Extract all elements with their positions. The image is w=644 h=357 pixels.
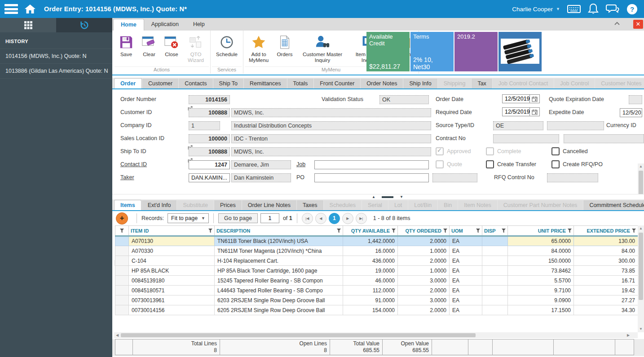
tab-customer[interactable]: Customer	[142, 79, 178, 88]
create-transfer-checkbox[interactable]: Create Transfer	[486, 160, 536, 168]
sidebar-tab-apps-grid-icon[interactable]	[0, 18, 56, 32]
items-tab-ext-d-info[interactable]: Ext'd Info	[142, 200, 177, 210]
add-to-mymenu-button[interactable]: Add to MyMenu	[245, 33, 273, 64]
required-date-field[interactable]: 12/5/2019	[502, 107, 540, 116]
col-header-extended-price[interactable]: EXTENDED PRICE	[574, 226, 638, 236]
pager-current-page[interactable]: 1	[329, 213, 340, 224]
checkbox-icon[interactable]	[486, 160, 494, 168]
contact-id-label[interactable]: Contact ID	[120, 161, 147, 167]
tab-tax[interactable]: Tax	[472, 79, 492, 88]
row-selector[interactable]	[115, 295, 129, 305]
table-row[interactable]: 007300139616203 2RSJEM Single Row Deep G…	[115, 295, 638, 305]
help-icon[interactable]: ?	[626, 4, 638, 15]
sidebar-tab-history-icon[interactable]	[56, 18, 112, 32]
items-tab-taxes[interactable]: Taxes	[297, 200, 323, 210]
ribbon-tab-home[interactable]: Home	[113, 19, 144, 31]
filter-icon[interactable]	[443, 229, 447, 233]
tile-product-image[interactable]	[498, 32, 542, 71]
row-selector[interactable]	[115, 305, 129, 315]
link-out-icon[interactable]	[188, 105, 193, 110]
create-rfq-po-checkbox[interactable]: Create RFQ/PO	[551, 160, 603, 168]
items-tab-commitment-schedule[interactable]: Commitment Schedule	[583, 200, 644, 210]
tab-ship-to[interactable]: Ship To	[213, 79, 243, 88]
scroll-right-icon[interactable]: ▶	[625, 332, 631, 339]
col-header-disp[interactable]: DISP	[482, 226, 508, 236]
tab-ship-info[interactable]: Ship Info	[403, 79, 437, 88]
filter-icon[interactable]	[502, 229, 506, 233]
history-item[interactable]: 1013886 (Gildan Las Americas) Quote: N	[0, 63, 112, 79]
collapse-ribbon-icon[interactable]	[613, 21, 621, 29]
table-row[interactable]: 00845180571L44643 Tapered Roller Bearing…	[115, 286, 638, 295]
ribbon-tab-application[interactable]: Application	[144, 19, 186, 31]
tab-totals[interactable]: Totals	[287, 79, 314, 88]
col-header-qty-ordered[interactable]: QTY ORDERED	[398, 226, 450, 236]
link-out-icon[interactable]	[188, 144, 193, 149]
job-field[interactable]	[314, 160, 429, 169]
calendar-icon[interactable]	[530, 94, 540, 103]
items-tab-items[interactable]: Items	[114, 200, 141, 210]
menu-icon[interactable]	[4, 4, 18, 14]
save-button[interactable]: Save	[115, 33, 138, 58]
tab-contacts[interactable]: Contacts	[179, 79, 212, 88]
table-row[interactable]: 0084513918015245 Tapered Roller Bearing …	[115, 276, 638, 286]
taker-label[interactable]: Taker	[120, 174, 134, 181]
splitter-handle-icon[interactable]: ▲▼	[372, 195, 403, 199]
tab-order[interactable]: Order	[114, 78, 142, 88]
pager-prev-icon[interactable]: ◀	[315, 213, 326, 224]
col-header-description[interactable]: DESCRIPTION	[215, 226, 343, 236]
tab-front-counter[interactable]: Front Counter	[314, 79, 360, 88]
notifications-icon[interactable]	[588, 3, 599, 15]
scroll-left-icon[interactable]: ◀	[114, 332, 120, 339]
keyboard-icon[interactable]	[567, 4, 581, 13]
items-tab-prices[interactable]: Prices	[214, 200, 242, 210]
add-line-button[interactable]: +	[116, 212, 128, 225]
link-out-icon[interactable]	[188, 157, 193, 162]
close-button[interactable]: Close	[160, 33, 183, 58]
tile-version[interactable]: 2019.2	[454, 32, 498, 71]
grid-horizontal-scrollbar[interactable]: ◀ ▶	[114, 332, 638, 338]
tab-order-notes[interactable]: Order Notes	[361, 79, 403, 88]
po-field[interactable]	[314, 173, 429, 182]
contact-id-field[interactable]: 1247	[189, 160, 230, 169]
home-icon[interactable]	[24, 4, 36, 14]
pager-first-icon[interactable]: |◀	[302, 213, 313, 224]
tile-terms[interactable]: Terms2% 10, Net30	[410, 32, 454, 71]
customer-master-inquiry-button[interactable]: Customer Master Inquiry	[297, 33, 348, 64]
cancelled-checkbox[interactable]: Cancelled	[551, 147, 588, 155]
pager-next-icon[interactable]: ▶	[342, 213, 353, 224]
table-row[interactable]: HP 85A BLACKHP 85A Black Toner Cartridge…	[115, 266, 638, 276]
col-header-unit-price[interactable]: UNIT PRICE	[508, 226, 574, 236]
scroll-up-icon[interactable]: ▲	[638, 225, 644, 232]
row-selector[interactable]	[115, 236, 129, 246]
table-row[interactable]: 007300141566205 2RSJEM Single Row Deep G…	[115, 305, 638, 315]
close-window-button[interactable]: ✕	[633, 20, 643, 29]
filter-icon[interactable]	[208, 229, 212, 233]
tab-remittances[interactable]: Remittances	[244, 79, 287, 88]
grid-vertical-scrollbar[interactable]: ▲ ▼	[638, 225, 644, 332]
tile-available-credit[interactable]: Available Credit$22,811.27	[366, 32, 410, 71]
filter-icon[interactable]	[120, 229, 124, 233]
user-menu[interactable]: Charlie Cooper ▼	[512, 6, 560, 13]
col-header-qty-available[interactable]: QTY AVAILABLE	[343, 226, 398, 236]
col-header-uom[interactable]: UOM	[450, 226, 482, 236]
order-date-field[interactable]: 12/5/2019	[502, 94, 540, 103]
row-selector[interactable]	[115, 266, 129, 276]
page-number-input[interactable]	[260, 213, 279, 223]
filter-icon[interactable]	[632, 229, 636, 233]
orders-button[interactable]: Orders	[273, 33, 297, 58]
table-row[interactable]: A070330TN611M Toner Magenta (120V/inch) …	[115, 246, 638, 256]
row-selector[interactable]	[115, 246, 129, 256]
calendar-icon[interactable]	[530, 107, 540, 116]
row-selector[interactable]	[115, 256, 129, 266]
table-row[interactable]: C-104H-104 Replacement Cart.436.00002.00…	[115, 256, 638, 266]
history-item[interactable]: 1014156 (MDWS, Inc.) Quote: N	[0, 48, 112, 63]
items-tab-order-line-notes[interactable]: Order Line Notes	[242, 200, 296, 210]
filter-icon[interactable]	[392, 229, 396, 233]
checkbox-icon[interactable]	[551, 147, 560, 155]
filter-icon[interactable]	[337, 229, 341, 233]
clear-button[interactable]: Clear	[138, 33, 160, 58]
chat-icon[interactable]	[606, 4, 619, 14]
scroll-up-icon[interactable]: ▲	[638, 163, 644, 170]
schedule-button[interactable]: Schedule	[212, 33, 242, 58]
row-selector[interactable]	[115, 286, 129, 295]
